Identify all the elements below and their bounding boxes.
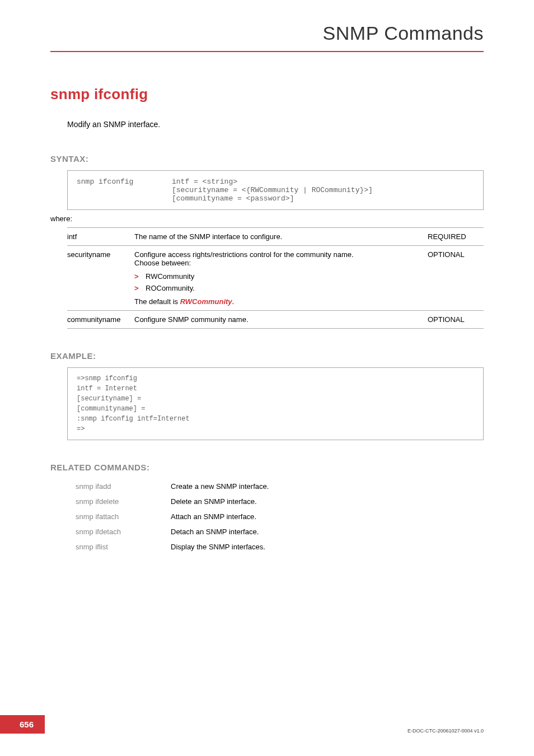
table-row: communityname Configure SNMP community n… [67, 311, 484, 329]
param-options-list: RWCommunity ROCommunity. [134, 270, 422, 294]
syntax-command: snmp ifconfig [77, 178, 172, 203]
related-commands-label: RELATED COMMANDS: [50, 463, 484, 472]
param-name: intf [67, 228, 134, 246]
table-row: intf The name of the SNMP interface to c… [67, 228, 484, 246]
list-item: ROCommunity. [134, 282, 422, 294]
table-row: snmp ifdetach Detach an SNMP interface. [76, 524, 269, 539]
related-command-name: snmp ifattach [76, 509, 171, 524]
table-row: snmp ifadd Create a new SNMP interface. [76, 479, 269, 494]
param-desc-text: Configure access rights/restrictions con… [134, 250, 354, 267]
document-id: E-DOC-CTC-20061027-0004 v1.0 [407, 728, 484, 734]
list-item: RWCommunity [134, 270, 422, 282]
example-label: EXAMPLE: [50, 351, 484, 361]
default-suffix: . [232, 297, 235, 306]
where-label: where: [50, 214, 484, 223]
related-command-name: snmp ifdelete [76, 494, 171, 509]
command-name-heading: snmp ifconfig [50, 86, 484, 103]
syntax-box: snmp ifconfig intf = <string> [securityn… [67, 170, 484, 210]
related-command-name: snmp ifdetach [76, 524, 171, 539]
param-desc: The name of the SNMP interface to config… [134, 228, 428, 246]
parameters-table: intf The name of the SNMP interface to c… [67, 227, 484, 329]
syntax-arguments: intf = <string> [securityname = <{RWComm… [172, 178, 373, 203]
param-requirement: OPTIONAL [428, 311, 484, 329]
param-name: communityname [67, 311, 134, 329]
example-box: =>snmp ifconfig intf = Internet [securit… [67, 367, 484, 440]
page-header-title: SNMP Commands [50, 22, 484, 52]
command-description: Modify an SNMP interface. [67, 120, 484, 129]
related-commands-table: snmp ifadd Create a new SNMP interface. … [76, 479, 269, 554]
syntax-label: SYNTAX: [50, 154, 484, 164]
related-command-desc: Display the SNMP interfaces. [171, 539, 269, 554]
param-desc: Configure access rights/restrictions con… [134, 246, 428, 311]
table-row: snmp iflist Display the SNMP interfaces. [76, 539, 269, 554]
param-desc: Configure SNMP community name. [134, 311, 428, 329]
related-command-desc: Detach an SNMP interface. [171, 524, 269, 539]
related-command-name: snmp iflist [76, 539, 171, 554]
related-command-desc: Create a new SNMP interface. [171, 479, 269, 494]
default-prefix: The default is [134, 297, 180, 306]
default-value: RWCommunity [180, 297, 232, 306]
related-command-desc: Delete an SNMP interface. [171, 494, 269, 509]
param-default: The default is RWCommunity. [134, 297, 422, 306]
param-requirement: OPTIONAL [428, 246, 484, 311]
param-name: securityname [67, 246, 134, 311]
table-row: securityname Configure access rights/res… [67, 246, 484, 311]
related-command-name: snmp ifadd [76, 479, 171, 494]
page-number: 656 [0, 715, 45, 734]
related-command-desc: Attach an SNMP interface. [171, 509, 269, 524]
table-row: snmp ifdelete Delete an SNMP interface. [76, 494, 269, 509]
table-row: snmp ifattach Attach an SNMP interface. [76, 509, 269, 524]
page-footer: 656 E-DOC-CTC-20061027-0004 v1.0 [0, 715, 534, 734]
param-requirement: REQUIRED [428, 228, 484, 246]
